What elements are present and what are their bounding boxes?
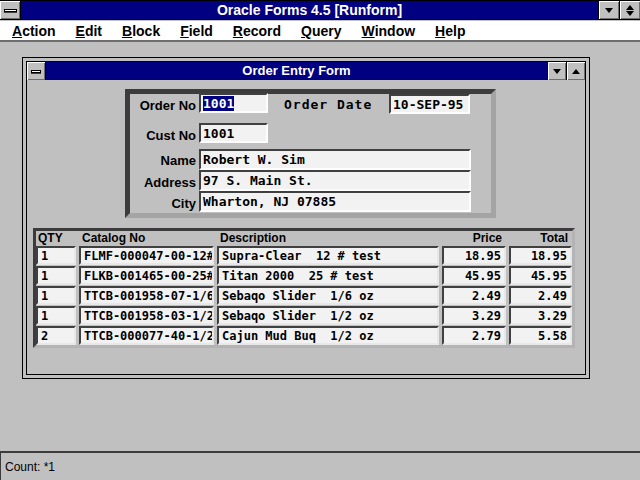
total-cell[interactable]: 2.49 (509, 286, 572, 305)
order-date-field[interactable]: 10-SEP-95 (389, 94, 470, 114)
total-header: Total (509, 231, 572, 245)
order-entry-window: Order Entry Form Order No 1001 O (22, 57, 590, 379)
window-maximize-button[interactable] (566, 62, 585, 80)
menu-edit[interactable]: Edit (66, 23, 112, 39)
catalog-cell[interactable]: TTCB-000077-40-1/2 (79, 326, 214, 345)
qty-cell[interactable]: 1 (36, 246, 76, 265)
city-label: City (127, 196, 196, 211)
name-field[interactable]: Robert W. Sim (199, 149, 471, 170)
order-no-field[interactable]: 1001 (199, 93, 268, 113)
table-row: 1 FLMF-000047-00-12# Supra-Clear 12 # te… (36, 246, 572, 265)
description-cell[interactable]: Sebaqo Slider 1/6 oz (217, 286, 439, 305)
table-row: 2 TTCB-000077-40-1/2 Cajun Mud Buq 1/2 o… (36, 326, 572, 345)
order-no-label: Order No (127, 98, 196, 113)
table-row: 1 TTCB-001958-07-1/6 Sebaqo Slider 1/6 o… (36, 286, 572, 305)
form-canvas: Order No 1001 Order Date 10-SEP-95 Cust … (27, 80, 585, 374)
catalog-cell[interactable]: FLMF-000047-00-12# (79, 246, 214, 265)
address-label: Address (127, 175, 196, 190)
record-count-status: Count: *1 (5, 460, 55, 474)
menu-record[interactable]: Record (223, 23, 291, 39)
menu-query[interactable]: Query (291, 23, 351, 39)
description-cell[interactable]: Titan 2000 25 # test (217, 266, 439, 285)
price-cell[interactable]: 18.95 (442, 246, 506, 265)
name-value: Robert W. Sim (203, 152, 305, 167)
line-items-table: QTY Catalog No Description Price Total 1… (33, 228, 575, 348)
catalog-header: Catalog No (79, 231, 214, 245)
total-cell[interactable]: 5.58 (509, 326, 572, 345)
order-no-value: 1001 (203, 96, 234, 111)
qty-cell[interactable]: 1 (36, 306, 76, 325)
price-cell[interactable]: 3.29 (442, 306, 506, 325)
total-cell[interactable]: 18.95 (509, 246, 572, 265)
window-control-menu-button[interactable] (27, 62, 46, 80)
price-cell[interactable]: 2.79 (442, 326, 506, 345)
total-cell[interactable]: 45.95 (509, 266, 572, 285)
menu-action[interactable]: Action (2, 23, 66, 39)
table-header-row: QTY Catalog No Description Price Total (36, 231, 572, 245)
control-menu-icon (31, 70, 41, 73)
catalog-cell[interactable]: TTCB-001958-03-1/2 (79, 306, 214, 325)
menu-help[interactable]: Help (425, 23, 475, 39)
name-label: Name (127, 153, 196, 168)
app-titlebar[interactable]: Oracle Forms 4.5 [Runform] (0, 1, 640, 20)
mdi-desktop: Order Entry Form Order No 1001 O (0, 44, 640, 451)
city-field[interactable]: Wharton, NJ 07885 (199, 191, 471, 212)
table-row: 1 TTCB-001958-03-1/2 Sebaqo Slider 1/2 o… (36, 306, 572, 325)
description-header: Description (217, 231, 439, 245)
qty-cell[interactable]: 1 (36, 266, 76, 285)
qty-cell[interactable]: 1 (36, 286, 76, 305)
app-title: Oracle Forms 4.5 [Runform] (21, 1, 598, 19)
qty-cell[interactable]: 2 (36, 326, 76, 345)
price-cell[interactable]: 45.95 (442, 266, 506, 285)
menu-field[interactable]: Field (170, 23, 223, 39)
total-cell[interactable]: 3.29 (509, 306, 572, 325)
status-bar: Count: *1 (0, 451, 640, 480)
menu-block[interactable]: Block (112, 23, 170, 39)
restore-down-icon (626, 11, 634, 16)
price-cell[interactable]: 2.49 (442, 286, 506, 305)
address-field[interactable]: 97 S. Main St. (199, 170, 471, 191)
application-window: Oracle Forms 4.5 [Runform] Action Edit B… (0, 0, 640, 480)
table-row: 1 FLKB-001465-00-25# Titan 2000 25 # tes… (36, 266, 572, 285)
qty-header: QTY (36, 231, 76, 245)
city-value: Wharton, NJ 07885 (203, 194, 336, 209)
maximize-icon (572, 69, 580, 74)
address-value: 97 S. Main St. (203, 173, 313, 188)
app-control-menu-button[interactable] (0, 1, 21, 19)
window-title: Order Entry Form (46, 62, 547, 80)
price-header: Price (442, 231, 506, 245)
menu-window[interactable]: Window (352, 23, 426, 39)
order-date-value: 10-SEP-95 (393, 97, 463, 112)
cust-no-label: Cust No (127, 128, 196, 143)
description-cell[interactable]: Cajun Mud Buq 1/2 oz (217, 326, 439, 345)
description-cell[interactable]: Supra-Clear 12 # test (217, 246, 439, 265)
minimize-icon (553, 69, 561, 74)
cust-no-value: 1001 (203, 126, 234, 141)
description-cell[interactable]: Sebaqo Slider 1/2 oz (217, 306, 439, 325)
app-minimize-button[interactable] (598, 1, 619, 19)
catalog-cell[interactable]: TTCB-001958-07-1/6 (79, 286, 214, 305)
catalog-cell[interactable]: FLKB-001465-00-25# (79, 266, 214, 285)
window-minimize-button[interactable] (547, 62, 566, 80)
order-entry-titlebar[interactable]: Order Entry Form (27, 62, 585, 80)
minimize-icon (605, 8, 613, 13)
restore-up-icon (626, 5, 634, 10)
menu-bar: Action Edit Block Field Record Query Win… (0, 21, 640, 42)
cust-no-field[interactable]: 1001 (199, 123, 268, 143)
app-restore-button[interactable] (619, 1, 640, 19)
control-menu-icon (4, 9, 17, 12)
order-date-label: Order Date (284, 97, 372, 112)
